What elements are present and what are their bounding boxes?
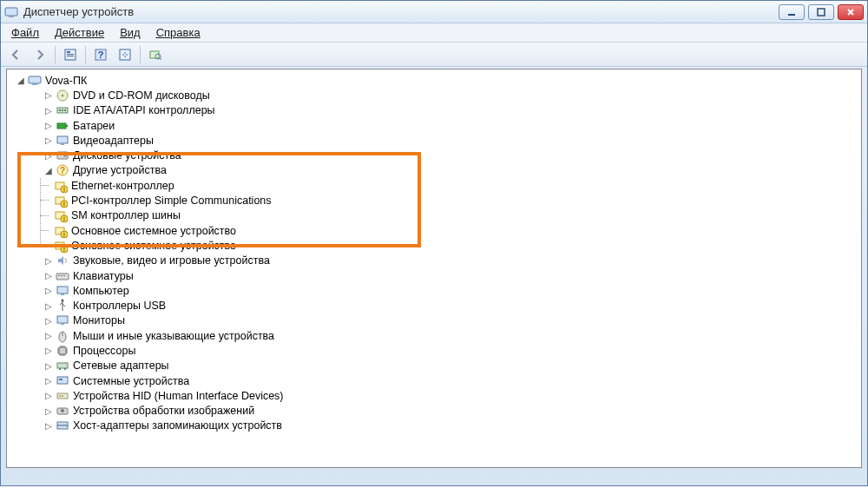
tree-item[interactable]: ▷ IDE ATA/ATAPI контроллеры: [28, 103, 861, 118]
tree-item[interactable]: ▷ DVD и CD-ROM дисководы: [28, 88, 861, 102]
hid-icon: [56, 389, 69, 403]
expand-icon[interactable]: ▷: [43, 90, 54, 100]
expand-icon[interactable]: ▷: [43, 135, 54, 145]
svg-rect-10: [120, 49, 130, 60]
tree-item[interactable]: ▷ Батареи: [28, 118, 861, 133]
close-button[interactable]: [838, 4, 864, 20]
menu-view[interactable]: Вид: [113, 24, 148, 41]
tree-item[interactable]: ▷ Контроллеры USB: [28, 298, 861, 313]
tree-subitem[interactable]: ! Основное системное устройство: [47, 223, 861, 238]
expand-icon[interactable]: ▷: [43, 151, 54, 161]
tree-item[interactable]: ▷ Видеоадаптеры: [28, 133, 861, 148]
tree-item[interactable]: ▷ Системные устройства: [28, 373, 861, 388]
show-hidden-button[interactable]: [146, 45, 165, 64]
menu-help[interactable]: Справка: [149, 24, 207, 41]
tree-subitem[interactable]: ! PCI-контроллер Simple Communications: [47, 193, 861, 208]
menu-help-label: Справка: [156, 26, 201, 39]
svg-point-50: [62, 300, 64, 302]
toolbar: ?: [1, 43, 867, 67]
expand-icon[interactable]: ▷: [43, 271, 54, 280]
svg-rect-67: [57, 425, 68, 429]
expand-icon[interactable]: ▷: [43, 331, 54, 340]
expand-icon[interactable]: ▷: [43, 286, 54, 295]
expand-icon[interactable]: ▷: [43, 406, 54, 416]
device-tree-scroll[interactable]: ◢ Vova-ПК ▷ DVD и CD-ROM дисководы: [7, 69, 861, 467]
properties-button[interactable]: [61, 45, 80, 64]
tree-item[interactable]: ▷ Мыши и иные указывающие устройства: [28, 328, 861, 343]
expand-icon[interactable]: ▷: [43, 256, 54, 266]
svg-rect-14: [32, 83, 37, 85]
tree-item[interactable]: ▷ Звуковые, видео и игровые устройства: [28, 254, 861, 268]
computer-icon: [56, 284, 69, 298]
svg-text:!: !: [63, 232, 65, 238]
maximize-button[interactable]: [808, 4, 834, 20]
tree-item-label: Другие устройства: [73, 164, 167, 176]
tree-subitem-label: Основное системное устройство: [71, 225, 236, 237]
svg-point-62: [59, 395, 61, 397]
collapse-icon[interactable]: ◢: [16, 76, 26, 85]
tree-subitem-label: Ethernet-контроллер: [71, 180, 174, 192]
tree-item[interactable]: ▷ Мониторы: [28, 313, 861, 328]
svg-rect-56: [57, 363, 68, 368]
forward-button[interactable]: [30, 45, 49, 64]
display-adapter-icon: [56, 134, 69, 148]
window-controls: [779, 4, 864, 20]
svg-text:!: !: [63, 216, 65, 222]
unknown-device-icon: !: [54, 208, 68, 222]
tree-subitem[interactable]: ! Основное системное устройство: [47, 238, 861, 253]
svg-rect-0: [5, 8, 17, 16]
tree-item[interactable]: ▷ Устройства HID (Human Interface Device…: [28, 388, 861, 403]
tree-subitem[interactable]: ! SM контроллер шины: [47, 208, 861, 223]
menu-action[interactable]: Действие: [48, 24, 111, 41]
scan-hardware-button[interactable]: [115, 45, 135, 64]
expand-icon[interactable]: ▷: [43, 376, 54, 386]
tree-item-label: DVD и CD-ROM дисководы: [73, 89, 210, 102]
tree-subitem[interactable]: ! Ethernet-контроллер: [47, 178, 861, 193]
svg-rect-20: [64, 109, 66, 111]
tree-item-label: IDE ATA/ATAPI контроллеры: [73, 104, 215, 116]
expand-icon[interactable]: ▷: [43, 361, 54, 371]
expand-icon[interactable]: ▷: [43, 106, 54, 115]
menu-view-label: Вид: [120, 26, 141, 39]
toolbar-separator: [140, 46, 141, 63]
expand-icon[interactable]: ▷: [43, 391, 54, 400]
expand-icon[interactable]: ▷: [43, 421, 54, 431]
tree-item-label: Компьютер: [73, 285, 129, 297]
tree-item-label: Мыши и иные указывающие устройства: [73, 330, 274, 342]
collapse-icon[interactable]: ◢: [43, 166, 54, 175]
tree-item-other-devices[interactable]: ◢ ? Другие устройства: [28, 163, 861, 178]
tree-item[interactable]: ▷ Дисковые устройства: [28, 148, 861, 162]
expand-icon[interactable]: ▷: [43, 121, 54, 130]
tree-item[interactable]: ▷ Сетевые адаптеры: [28, 359, 861, 373]
svg-rect-24: [61, 143, 64, 145]
dvd-drive-icon: [56, 89, 69, 102]
expand-icon[interactable]: ▷: [43, 346, 54, 355]
tree-item[interactable]: ▷ Компьютер: [28, 283, 861, 298]
svg-point-65: [61, 409, 64, 412]
help-button[interactable]: ?: [91, 45, 110, 64]
usb-icon: [56, 299, 69, 313]
menu-file[interactable]: Файл: [4, 24, 46, 41]
expand-icon[interactable]: ▷: [43, 301, 54, 311]
tree-subitem-label: PCI-контроллер Simple Communications: [71, 195, 272, 207]
tree-item[interactable]: ▷ Процессоры: [28, 343, 861, 358]
tree-subitem-label: Основное системное устройство: [71, 240, 236, 252]
svg-rect-1: [9, 16, 14, 17]
tree-item[interactable]: ▷ Клавиатуры: [28, 268, 861, 283]
tree-subitem-label: SM контроллер шины: [71, 209, 181, 221]
svg-rect-58: [64, 368, 66, 370]
window-title: Диспетчер устройств: [23, 5, 134, 18]
tree-item[interactable]: ▷ Устройства обработки изображений: [28, 404, 861, 419]
ide-controller-icon: [56, 103, 69, 117]
tree-item-label: Дисковые устройства: [73, 149, 181, 162]
svg-rect-21: [57, 123, 66, 129]
imaging-device-icon: [56, 404, 69, 418]
back-button[interactable]: [6, 45, 25, 64]
minimize-button[interactable]: [779, 4, 805, 20]
tree-item-label: Устройства обработки изображений: [73, 405, 254, 417]
tree-item[interactable]: ▷ Хост-адаптеры запоминающих устройств: [28, 419, 861, 433]
monitor-icon: [56, 313, 69, 327]
expand-icon[interactable]: ▷: [43, 316, 54, 326]
svg-rect-57: [59, 368, 61, 370]
tree-root[interactable]: ◢ Vova-ПК: [9, 73, 861, 88]
